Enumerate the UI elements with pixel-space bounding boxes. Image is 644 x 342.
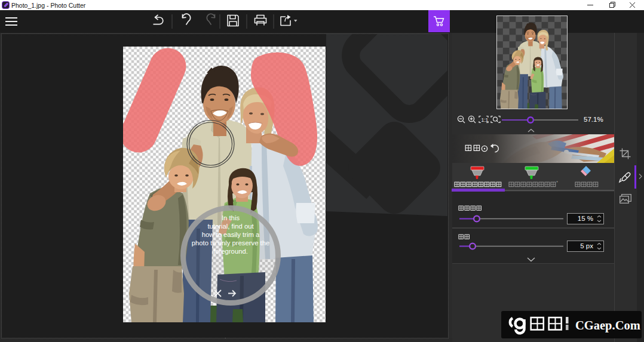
- svg-text:photo to only preserve the: photo to only preserve the: [192, 239, 270, 247]
- svg-text:In this: In this: [222, 214, 240, 221]
- svg-text:foreground.: foreground.: [213, 248, 248, 255]
- svg-text:1:1: 1:1: [482, 117, 489, 123]
- svg-text:how to easily trim a: how to easily trim a: [202, 231, 260, 238]
- svg-text:tutorial, find out: tutorial, find out: [207, 223, 254, 230]
- svg-text:*: *: [556, 180, 558, 185]
